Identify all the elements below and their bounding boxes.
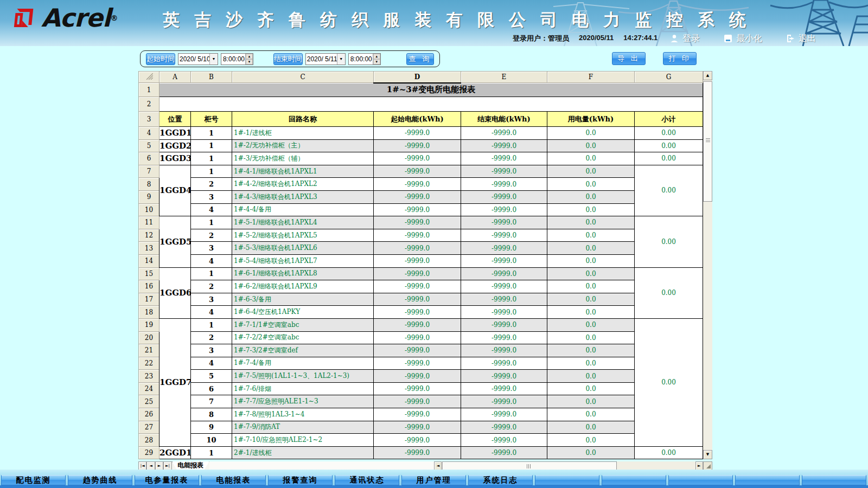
exit-button[interactable]: 退出 [786, 33, 816, 44]
usage-cell[interactable]: 0.0 [547, 280, 635, 293]
end-time-button[interactable]: 结束时间 [273, 53, 303, 65]
circuit-name-cell[interactable]: 1#-5-2/细络联合机1APXL5 [232, 229, 374, 242]
column-header-D[interactable]: D [374, 72, 461, 83]
row-header-3[interactable]: 3 [139, 112, 159, 127]
column-header-G[interactable]: G [635, 72, 703, 83]
last-sheet-button[interactable]: ►| [163, 461, 171, 470]
location-cell[interactable]: 2GGD1 [159, 446, 191, 459]
row-header-8[interactable]: 8 [139, 178, 159, 191]
cabinet-no-cell[interactable]: 2 [191, 280, 232, 293]
resize-corner[interactable] [703, 461, 712, 470]
row-header-27[interactable]: 27 [139, 421, 159, 434]
spinner-up-icon[interactable]: ▲ [373, 54, 380, 59]
usage-cell[interactable]: 0.0 [547, 254, 635, 267]
nav-button-empty[interactable] [668, 475, 733, 485]
row-header-20[interactable]: 20 [139, 331, 159, 344]
cabinet-no-cell[interactable]: 4 [191, 306, 232, 319]
cabinet-no-cell[interactable]: 1 [191, 318, 232, 331]
end-energy-cell[interactable]: -9999.0 [461, 190, 547, 203]
nav-button-empty[interactable] [535, 475, 599, 485]
start-energy-cell[interactable]: -9999.0 [374, 370, 461, 383]
end-energy-cell[interactable]: -9999.0 [461, 165, 547, 178]
usage-cell[interactable]: 0.0 [547, 344, 635, 357]
row-header-11[interactable]: 11 [139, 216, 159, 229]
circuit-name-cell[interactable]: 1#-4-3/细络联合机1APXL3 [232, 190, 374, 203]
end-time-spinner[interactable]: 8:00:00 ▲ ▼ [348, 53, 381, 65]
usage-cell[interactable]: 0.0 [547, 216, 635, 229]
circuit-name-cell[interactable]: 1#-7-7/应急照明ALE1-1~3 [232, 395, 374, 408]
start-energy-cell[interactable]: -9999.0 [374, 421, 461, 434]
column-header-A[interactable]: A [159, 72, 191, 83]
cabinet-no-cell[interactable]: 4 [191, 203, 232, 216]
usage-cell[interactable]: 0.0 [547, 229, 635, 242]
tab-energy-report[interactable]: 电能报表 [172, 461, 209, 470]
cabinet-no-cell[interactable]: 7 [191, 395, 232, 408]
cabinet-no-cell[interactable]: 9 [191, 421, 232, 434]
start-energy-cell[interactable]: -9999.0 [374, 357, 461, 370]
end-energy-cell[interactable]: -9999.0 [461, 306, 547, 319]
start-energy-cell[interactable]: -9999.0 [374, 382, 461, 395]
vertical-scroll-thumb[interactable] [703, 81, 712, 202]
nav-button-电能报表[interactable]: 电能报表 [201, 475, 266, 485]
select-all-corner[interactable] [139, 72, 159, 83]
usage-cell[interactable]: 0.0 [547, 139, 635, 152]
row-header-14[interactable]: 14 [139, 254, 159, 267]
start-energy-cell[interactable]: -9999.0 [374, 293, 461, 306]
start-energy-cell[interactable]: -9999.0 [374, 216, 461, 229]
nav-button-empty[interactable] [735, 475, 800, 485]
row-header-16[interactable]: 16 [139, 280, 159, 293]
cabinet-no-cell[interactable]: 6 [191, 382, 232, 395]
circuit-name-cell[interactable]: 1#-7-8/照明1AL3-1~4 [232, 408, 374, 421]
horizontal-scroll-thumb[interactable] [442, 461, 617, 470]
circuit-name-cell[interactable]: 1#-6-1/细络联合机1APXL8 [232, 267, 374, 280]
start-energy-cell[interactable]: -9999.0 [374, 152, 461, 165]
nav-button-empty[interactable] [802, 475, 866, 485]
usage-cell[interactable]: 0.0 [547, 293, 635, 306]
cabinet-no-cell[interactable]: 3 [191, 293, 232, 306]
cabinet-no-cell[interactable]: 8 [191, 408, 232, 421]
row-header-13[interactable]: 13 [139, 242, 159, 255]
start-energy-cell[interactable]: -9999.0 [374, 331, 461, 344]
usage-cell[interactable]: 0.0 [547, 357, 635, 370]
circuit-name-cell[interactable]: 1#-4-2/细络联合机1APXL2 [232, 178, 374, 191]
start-energy-cell[interactable]: -9999.0 [374, 267, 461, 280]
start-energy-cell[interactable]: -9999.0 [374, 254, 461, 267]
subtotal-cell[interactable]: 0.00 [635, 318, 703, 446]
usage-cell[interactable]: 0.0 [547, 152, 635, 165]
circuit-name-cell[interactable]: 1#-7-2/2#空调室abc [232, 331, 374, 344]
cabinet-no-cell[interactable]: 10 [191, 434, 232, 447]
circuit-name-cell[interactable]: 1#-5-3/细络联合机1APXL6 [232, 242, 374, 255]
usage-cell[interactable]: 0.0 [547, 370, 635, 383]
subtotal-cell[interactable]: 0.00 [635, 139, 703, 152]
end-energy-cell[interactable]: -9999.0 [461, 421, 547, 434]
nav-button-电参量报表[interactable]: 电参量报表 [135, 475, 199, 485]
end-energy-cell[interactable]: -9999.0 [461, 203, 547, 216]
start-energy-cell[interactable]: -9999.0 [374, 446, 461, 459]
end-energy-cell[interactable]: -9999.0 [461, 331, 547, 344]
first-sheet-button[interactable]: |◄ [138, 461, 146, 470]
row-header-7[interactable]: 7 [139, 165, 159, 178]
start-energy-cell[interactable]: -9999.0 [374, 318, 461, 331]
cabinet-no-cell[interactable]: 2 [191, 331, 232, 344]
cabinet-no-cell[interactable]: 2 [191, 178, 232, 191]
circuit-name-cell[interactable]: 1#-7-1/1#空调室abc [232, 318, 374, 331]
column-header-C[interactable]: C [232, 72, 374, 83]
end-energy-cell[interactable]: -9999.0 [461, 382, 547, 395]
cabinet-no-cell[interactable]: 5 [191, 370, 232, 383]
row-header-23[interactable]: 23 [139, 370, 159, 383]
start-energy-cell[interactable]: -9999.0 [374, 408, 461, 421]
start-energy-cell[interactable]: -9999.0 [374, 434, 461, 447]
start-energy-cell[interactable]: -9999.0 [374, 139, 461, 152]
circuit-name-cell[interactable]: 1#-7-5/照明(1AL1-1~3、1AL2-1~3) [232, 370, 374, 383]
cabinet-no-cell[interactable]: 1 [191, 165, 232, 178]
usage-cell[interactable]: 0.0 [547, 434, 635, 447]
chevron-down-icon[interactable]: ▼ [209, 54, 218, 65]
end-energy-cell[interactable]: -9999.0 [461, 293, 547, 306]
usage-cell[interactable]: 0.0 [547, 178, 635, 191]
cabinet-no-cell[interactable]: 1 [191, 216, 232, 229]
end-energy-cell[interactable]: -9999.0 [461, 434, 547, 447]
location-cell[interactable]: 1GGD3 [159, 152, 191, 165]
scroll-up-button[interactable]: ▲ [703, 71, 712, 80]
end-energy-cell[interactable]: -9999.0 [461, 178, 547, 191]
row-header-2[interactable]: 2 [139, 97, 159, 112]
